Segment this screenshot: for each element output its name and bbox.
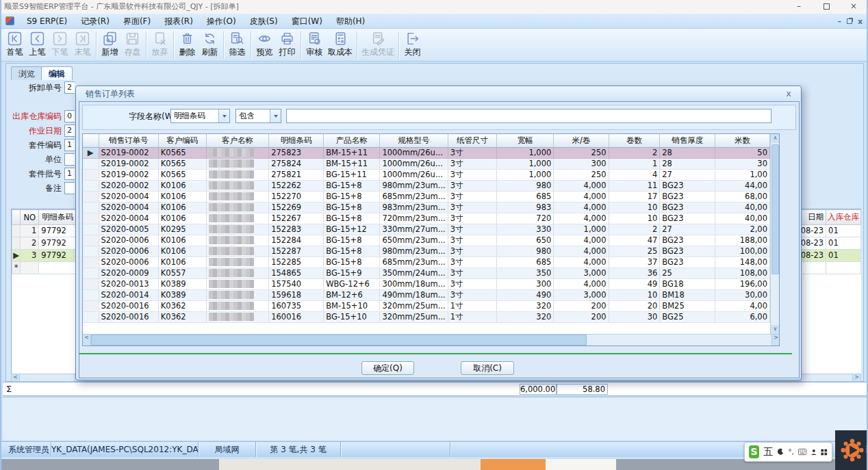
order-cell[interactable]: S2020-0006 xyxy=(99,235,158,246)
order-cell[interactable]: BG23 xyxy=(660,180,715,191)
order-cell[interactable]: 68,00 xyxy=(715,191,770,202)
order-cell[interactable]: 25 xyxy=(609,246,660,257)
order-cell[interactable]: 3寸 xyxy=(448,202,497,213)
order-cell[interactable]: BG-15+8 xyxy=(324,246,380,257)
order-row[interactable]: S2020-0005K0295152283BG-15+12330mm/27um.… xyxy=(83,224,770,235)
row-selector[interactable] xyxy=(83,202,99,213)
form-field-2[interactable]: 0 xyxy=(64,110,75,122)
order-cell[interactable]: 1,000 xyxy=(497,158,554,169)
toolbar-button-close[interactable]: 关闭 xyxy=(401,30,424,60)
person-icon[interactable] xyxy=(810,448,817,456)
order-cell[interactable]: K0565 xyxy=(158,147,206,158)
order-cell[interactable]: 320 xyxy=(497,311,554,322)
order-cell[interactable]: 980mm/23um... xyxy=(380,180,448,191)
order-cell[interactable]: S2019-0002 xyxy=(99,169,158,180)
order-cell[interactable]: 4,000 xyxy=(554,278,609,289)
chevron-down-icon[interactable] xyxy=(218,109,229,122)
order-row[interactable]: ▶S2019-0002K0565275823BM-15+111000mm/26u… xyxy=(83,147,770,158)
order-cell[interactable]: 25 xyxy=(660,267,715,278)
order-cell[interactable]: 983mm/23um... xyxy=(380,202,448,213)
order-cell[interactable]: 2 xyxy=(609,224,660,235)
order-cell[interactable]: 300 xyxy=(554,158,609,169)
order-cell[interactable]: 37 xyxy=(609,257,660,267)
order-cell[interactable]: BM-15+10 xyxy=(324,300,380,311)
row-selector[interactable] xyxy=(83,246,99,257)
order-cell[interactable]: 685mm/23um... xyxy=(380,191,448,202)
row-selector[interactable] xyxy=(12,225,21,237)
order-cell[interactable]: 3寸 xyxy=(448,289,497,300)
order-cell[interactable]: K0557 xyxy=(158,267,206,278)
order-cell[interactable]: 3寸 xyxy=(448,213,497,224)
column-header[interactable]: 卷数 xyxy=(609,134,660,147)
order-cell[interactable] xyxy=(206,246,269,257)
order-cell[interactable]: 1 xyxy=(609,158,660,169)
order-cell[interactable]: 30 xyxy=(609,311,660,322)
order-cell[interactable]: 2,00 xyxy=(715,224,770,235)
cancel-button[interactable]: 取消(C) xyxy=(461,361,514,375)
order-cell[interactable]: S2019-0002 xyxy=(99,158,158,169)
order-cell[interactable]: 685mm/23um... xyxy=(380,257,448,267)
hscroll-thumb[interactable] xyxy=(91,335,587,345)
order-cell[interactable]: 10 xyxy=(609,289,660,300)
ime-punctuation[interactable]: °, xyxy=(789,447,794,456)
menu-item[interactable]: 帮助(H) xyxy=(329,14,372,29)
order-cell[interactable]: K0389 xyxy=(158,289,206,300)
column-header[interactable]: 米/卷 xyxy=(554,134,609,147)
order-cell[interactable]: 250 xyxy=(554,169,609,180)
toolbar-button-prev[interactable]: 上笔 xyxy=(26,30,49,60)
order-cell[interactable]: BG-15+8 xyxy=(324,257,380,267)
order-cell[interactable]: 30,00 xyxy=(715,289,770,300)
order-cell[interactable]: 196,00 xyxy=(715,278,770,289)
scroll-right-icon[interactable]: > xyxy=(852,374,860,381)
orders-grid-vscrollbar[interactable]: ∧ ∨ xyxy=(770,134,780,334)
order-cell[interactable] xyxy=(206,169,269,180)
form-field-5[interactable] xyxy=(64,153,75,166)
order-cell[interactable]: BG-15+12 xyxy=(324,224,380,235)
order-cell[interactable]: 3寸 xyxy=(448,246,497,257)
order-cell[interactable]: 4,000 xyxy=(554,213,609,224)
ime-mode-wubi[interactable]: 五 xyxy=(763,447,773,456)
floating-app-icon[interactable]: ••• xyxy=(835,430,868,470)
order-cell[interactable]: 108,00 xyxy=(715,267,770,278)
order-cell[interactable]: 4,000 xyxy=(554,180,609,191)
column-header[interactable]: 规格型号 xyxy=(380,134,448,147)
order-cell[interactable]: 650 xyxy=(497,235,554,246)
order-cell[interactable]: S2020-0002 xyxy=(99,180,158,191)
order-cell[interactable]: K0106 xyxy=(158,235,206,246)
column-header[interactable]: 宽幅 xyxy=(497,134,554,147)
order-cell[interactable]: BG-15+8 xyxy=(324,191,380,202)
order-cell[interactable]: BG-15+9 xyxy=(324,267,380,278)
new-row[interactable]: * xyxy=(12,262,77,274)
order-row[interactable]: S2020-0006K0106152285BG-15+8685mm/23um..… xyxy=(83,257,770,267)
order-cell[interactable]: 685 xyxy=(497,191,554,202)
detail-grid-hscrollbar[interactable]: < xyxy=(11,374,75,382)
minimize-icon[interactable]: – xyxy=(789,0,809,14)
order-cell[interactable]: BG23 xyxy=(660,213,715,224)
operator-select[interactable]: 包含 xyxy=(235,109,281,123)
row-selector[interactable] xyxy=(83,180,99,191)
keyboard-icon[interactable] xyxy=(798,448,806,456)
order-cell[interactable]: 47 xyxy=(609,235,660,246)
order-cell[interactable]: 2 xyxy=(609,147,660,158)
detail-barcode-cell[interactable]: 97792 xyxy=(39,250,77,262)
select-all-header[interactable] xyxy=(83,134,99,147)
order-cell[interactable]: 1,000 xyxy=(497,169,554,180)
order-cell[interactable] xyxy=(206,278,269,289)
scroll-up-icon[interactable]: ∧ xyxy=(771,134,780,143)
table-row[interactable]: 197792 xyxy=(12,225,77,237)
order-cell[interactable] xyxy=(206,147,269,158)
menu-item[interactable]: 记录(R) xyxy=(74,14,116,29)
order-row[interactable]: S2020-0004K0106152267BG-15+8720mm/23um..… xyxy=(83,213,770,224)
order-cell[interactable]: BM-15+11 xyxy=(324,147,380,158)
column-header[interactable]: 客户名称 xyxy=(206,134,269,147)
order-cell[interactable]: BM-15+11 xyxy=(324,158,380,169)
order-cell[interactable]: 720 xyxy=(497,213,554,224)
order-cell[interactable]: 3寸 xyxy=(448,257,497,267)
order-cell[interactable]: 3寸 xyxy=(448,158,497,169)
order-cell[interactable]: S2020-0006 xyxy=(99,257,158,267)
order-cell[interactable]: 152284 xyxy=(269,235,324,246)
order-cell[interactable]: 152270 xyxy=(269,191,324,202)
order-cell[interactable]: 3寸 xyxy=(448,180,497,191)
row-number-cell[interactable]: 3 xyxy=(21,250,39,262)
order-cell[interactable]: 154865 xyxy=(269,267,324,278)
